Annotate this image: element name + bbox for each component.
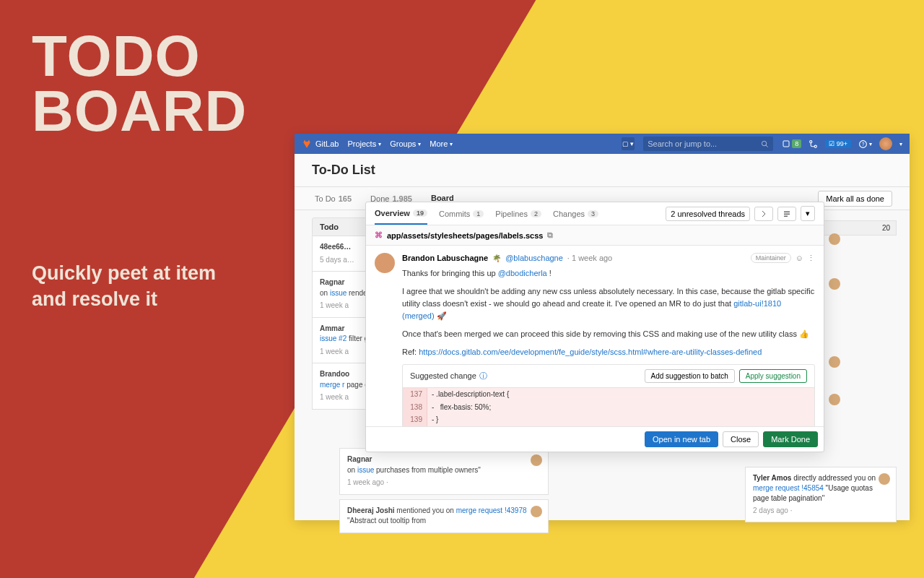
file-path-bar: ⌘ app/assets/stylesheets/pages/labels.sc… xyxy=(366,225,824,246)
avatar xyxy=(375,253,395,273)
modal-tab-changes[interactable]: Changes3 xyxy=(553,202,598,225)
modal-tab-overview[interactable]: Overview19 xyxy=(375,202,427,225)
apply-suggestion-button[interactable]: Apply suggestion xyxy=(739,369,807,383)
avatar xyxy=(829,356,840,368)
chevron-down-icon[interactable]: ▾ xyxy=(801,206,815,221)
item-preview-modal: Overview19 Commits1 Pipelines2 Changes3 … xyxy=(365,202,824,452)
page-title: To-Do List xyxy=(295,154,910,187)
user-avatar[interactable] xyxy=(879,137,892,150)
avatar xyxy=(829,394,840,405)
avatar xyxy=(829,278,840,290)
mark-done-button[interactable]: Mark Done xyxy=(763,431,818,447)
svg-rect-2 xyxy=(783,141,789,147)
svg-text:?: ? xyxy=(862,141,865,146)
gitlab-logo[interactable]: GitLab xyxy=(302,139,339,149)
thread-list-icon[interactable] xyxy=(777,207,796,221)
tab-todo[interactable]: To Do 165 xyxy=(312,187,354,210)
comment-paragraph: I agree that we shouldn't be adding any … xyxy=(402,285,815,322)
top-nav: GitLab Projects▾ Groups▾ More▾ ▢ ▾ Searc… xyxy=(295,134,910,154)
svg-point-3 xyxy=(810,140,812,142)
nav-projects[interactable]: Projects▾ xyxy=(347,139,381,148)
unresolved-threads[interactable]: 2 unresolved threads xyxy=(666,207,750,221)
role-badge: Maintainer xyxy=(751,253,791,263)
svg-rect-7 xyxy=(784,211,790,212)
sass-file-icon: ⌘ xyxy=(375,230,383,240)
svg-line-1 xyxy=(766,144,768,147)
close-button[interactable]: Close xyxy=(723,431,759,447)
marketing-subtitle: Quickly peet at item and resolve it xyxy=(32,260,248,313)
plus-dropdown[interactable]: ▢ ▾ xyxy=(622,137,635,150)
add-to-batch-button[interactable]: Add suggestion to batch xyxy=(645,369,735,383)
author-handle[interactable]: @blabuschagne xyxy=(505,254,563,262)
comment-paragraph: Ref: https://docs.gitlab.com/ee/developm… xyxy=(402,346,815,358)
emoji-icon[interactable]: ☺ xyxy=(796,254,803,263)
chevron-down-icon: ▾ xyxy=(378,141,381,147)
svg-point-4 xyxy=(814,145,816,147)
timestamp: · 1 week ago xyxy=(567,254,612,262)
help-icon[interactable]: ⓘ xyxy=(479,370,487,382)
comment-author[interactable]: Brandon Labuschagne xyxy=(402,254,488,262)
comment-paragraph: Once that's been merged we can proceed t… xyxy=(402,328,815,340)
modal-tab-commits[interactable]: Commits1 xyxy=(439,202,484,225)
mark-all-done-button[interactable]: Mark all as done xyxy=(818,191,892,207)
code-diff: 137- .label-description-text { 138- flex… xyxy=(403,388,814,426)
comment: Brandon Labuschagne 🌴 @blabuschagne · 1 … xyxy=(366,246,824,426)
avatar xyxy=(829,233,840,245)
modal-footer: Open in new tab Close Mark Done xyxy=(366,426,824,452)
svg-rect-9 xyxy=(784,215,788,217)
comment-paragraph: Thanks for bringing this up @dbodicherla… xyxy=(402,267,815,280)
marketing-title: TODO BOARD xyxy=(32,29,247,139)
chevron-down-icon: ▾ xyxy=(418,141,421,147)
modal-tab-pipelines[interactable]: Pipelines2 xyxy=(495,202,541,225)
more-icon[interactable]: ⋮ xyxy=(807,254,815,263)
chevron-down-icon: ▾ xyxy=(450,141,453,147)
todos-badge[interactable]: ☑ 99+ xyxy=(825,139,851,148)
nav-groups[interactable]: Groups▾ xyxy=(390,139,421,148)
board-card[interactable]: Ragnaron issue purchases from multiple o… xyxy=(339,448,549,495)
svg-point-0 xyxy=(762,141,767,145)
issues-icon[interactable]: 8 xyxy=(782,139,801,148)
search-input[interactable]: Search or jump to... xyxy=(643,137,773,151)
modal-tabs: Overview19 Commits1 Pipelines2 Changes3 … xyxy=(366,202,824,225)
suggested-change: Suggested change ⓘ Add suggestion to bat… xyxy=(402,364,815,426)
nav-more[interactable]: More▾ xyxy=(430,139,453,148)
open-new-tab-button[interactable]: Open in new tab xyxy=(645,431,718,447)
copy-icon[interactable]: ⧉ xyxy=(547,230,553,240)
board-card[interactable]: Tyler Amos directly addressed you on mer… xyxy=(745,467,897,522)
merge-requests-icon[interactable] xyxy=(808,139,818,149)
svg-rect-8 xyxy=(784,213,790,215)
search-icon xyxy=(761,140,769,148)
file-path[interactable]: app/assets/stylesheets/pages/labels.scss xyxy=(387,231,543,240)
help-icon[interactable]: ?▾ xyxy=(858,139,872,149)
board-card[interactable]: Dheeraj Joshi mentioned you on merge req… xyxy=(339,499,549,533)
thread-nav-icon[interactable] xyxy=(754,207,773,221)
